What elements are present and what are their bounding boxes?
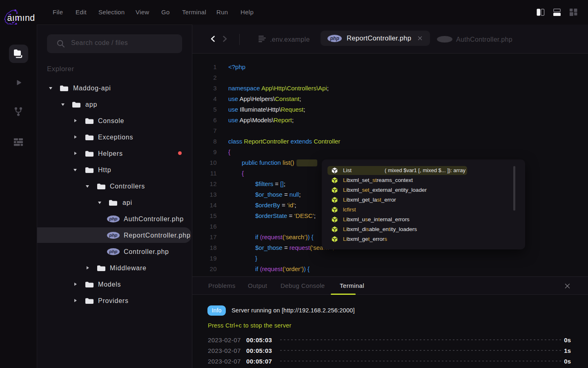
svg-text:aımınd: aımınd <box>7 13 35 23</box>
